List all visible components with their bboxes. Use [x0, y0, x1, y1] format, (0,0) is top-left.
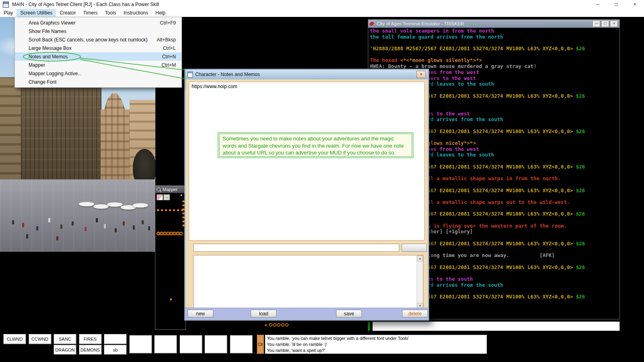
toolbar-button-sb[interactable]: sb	[104, 345, 127, 355]
menu-creator[interactable]: Creator	[56, 9, 79, 17]
delete-button[interactable]: delete	[402, 310, 428, 317]
terminal-line	[370, 40, 618, 46]
terminal-maximize-button[interactable]: □	[601, 21, 609, 27]
notes-dialog: Character - Notes and Memos × https://ww…	[184, 69, 429, 321]
toolbar-button[interactable]	[129, 335, 152, 354]
photo-person	[48, 218, 50, 222]
note-url-text: https://www.noip.com	[192, 84, 237, 89]
maximize-button[interactable]: □	[607, 0, 625, 9]
photo-person	[123, 221, 125, 226]
menu-item-mapper[interactable]: MapperCtrl+M	[15, 61, 182, 69]
photo-person	[26, 234, 28, 239]
photo-person	[36, 226, 38, 230]
menu-item-large-message-box[interactable]: Large Message BoxCtrl+L	[15, 44, 182, 52]
mapper-window: Mapper → *	[155, 185, 186, 330]
menu-item-area-graphics-viewer[interactable]: Area Graphics ViewerCtrl+F9	[15, 19, 182, 27]
menu-item-scroll-back-esc-cancels-use-arrow-keys-not-numlock[interactable]: Scroll Back (ESC cancels, use arrow keys…	[15, 35, 182, 44]
photo-person	[60, 224, 62, 229]
terminal-line: The hexed <*<*moon glows silently*>*>	[370, 58, 618, 64]
memo-scrollbar[interactable]: ▲ ▼	[417, 255, 423, 309]
clear-button[interactable]: Clr	[257, 335, 264, 354]
toolbar-button[interactable]	[154, 335, 177, 354]
photo-person	[12, 220, 14, 224]
new-button[interactable]: new	[188, 310, 213, 317]
map-room-dot	[265, 324, 267, 326]
menu-item-shortcut: Ctrl+F9	[160, 20, 176, 26]
map-room-ring	[273, 323, 277, 327]
close-button[interactable]: ×	[625, 0, 644, 9]
map-room-dot	[157, 209, 159, 211]
map-room-ring	[281, 323, 285, 327]
photo-person	[72, 221, 74, 226]
toolbar-button-demons[interactable]: DEMONS	[79, 345, 102, 355]
menu-item-notes-and-memos[interactable]: Notes and MemosCtrl+N	[15, 52, 182, 61]
menu-item-label: Scroll Back (ESC cancels, use arrow keys…	[29, 37, 149, 43]
memo-text-area[interactable]: ▲ ▼	[193, 255, 423, 309]
photo-person	[133, 225, 135, 230]
toolbar-button-dragon[interactable]: DRAGON	[54, 345, 76, 355]
load-button[interactable]: load	[251, 310, 277, 317]
menu-help[interactable]: Help	[152, 9, 169, 17]
terminal-title: City of Ages Terminal Emulator - TRISKER	[377, 21, 592, 26]
toolbar-button-clwnd[interactable]: CLWND	[3, 334, 26, 344]
command-bar	[368, 321, 620, 331]
photo-person	[96, 218, 98, 222]
photo-umbrella	[79, 202, 94, 206]
ramble-message: You ramble, 'ill be on ramble :)'	[267, 341, 485, 348]
menu-item-mapper-logging-active[interactable]: Mapper Logging Active...	[15, 69, 182, 78]
map-room-dot	[181, 209, 183, 211]
terminal-minimize-button[interactable]: ─	[592, 21, 601, 27]
map-room-ring	[269, 323, 272, 327]
map-room-ring	[285, 323, 289, 327]
arrow-icon[interactable]: →	[163, 194, 170, 200]
photo-umbrella	[107, 202, 122, 207]
app-icon	[3, 2, 9, 8]
toolbar-button-sanc[interactable]: SANC	[54, 334, 76, 344]
toolbar-button-ccwnd[interactable]: CCWND	[29, 334, 52, 344]
dialog-title: Character - Notes and Memos	[195, 72, 417, 77]
menu-item-label: Large Message Box	[29, 45, 156, 51]
save-button[interactable]: save	[336, 310, 362, 317]
terminal-line: the small vole scampers in from the nort…	[370, 28, 618, 34]
dialog-buttons: newloadsavedelete	[186, 308, 428, 319]
menu-play[interactable]: Play	[0, 9, 17, 17]
mapper-titlebar: Mapper	[155, 186, 186, 193]
note-title-input[interactable]	[193, 244, 399, 252]
note-lookup-button[interactable]	[402, 244, 427, 252]
photo-person	[56, 236, 58, 241]
terminal-status-line: 'H2888/2888 M2567/2567 E2081/2081 S3274/…	[370, 46, 618, 52]
photo-umbrella	[133, 203, 148, 208]
photo-person	[22, 223, 24, 227]
eraser-icon[interactable]	[157, 194, 163, 200]
annotation-callout: Sometimes you need to make notes about y…	[219, 134, 412, 157]
toolbar-button[interactable]	[180, 335, 202, 354]
photo-plaza	[0, 179, 155, 252]
menu-instructions[interactable]: Instructions	[120, 9, 152, 17]
notes-text-area[interactable]: https://www.noip.com Sometimes you need …	[189, 82, 425, 241]
toolbar-button-fires[interactable]: FIRES	[79, 334, 102, 344]
menu-timers[interactable]: Timers	[79, 9, 101, 17]
photo-person	[142, 220, 144, 224]
minimize-button[interactable]: ─	[588, 0, 607, 9]
photo-person	[148, 226, 150, 230]
menu-item-label: Mapper	[29, 62, 154, 68]
terminal-close-button[interactable]: ×	[610, 21, 618, 27]
toolbar-button[interactable]	[204, 335, 227, 354]
toolbar-button[interactable]	[230, 335, 253, 354]
menu-tools[interactable]: Tools	[101, 9, 120, 17]
scroll-up-icon[interactable]: ▲	[417, 255, 423, 261]
terminal-line	[370, 52, 618, 58]
terminal-line: the tall female guard arrives from the n…	[370, 34, 618, 40]
menu-item-show-file-names[interactable]: Show File Names	[15, 27, 182, 35]
mapper-canvas[interactable]: → *	[156, 193, 185, 329]
dialog-close-button[interactable]: ×	[417, 71, 426, 78]
menu-item-change-font[interactable]: Change Font	[15, 78, 182, 86]
menu-item-shortcut: Ctrl+N	[162, 54, 176, 60]
map-room-ring	[277, 323, 281, 327]
terminal-titlebar: City of Ages Terminal Emulator - TRISKER…	[368, 20, 619, 28]
toolbar-button[interactable]	[104, 334, 127, 344]
main-window: MAIN - City of Ages Telnet Client [RJ] -…	[0, 0, 644, 362]
photo-person	[115, 228, 117, 232]
menu-screen-utilities[interactable]: Screen Utilities	[17, 9, 56, 17]
command-input[interactable]	[372, 321, 620, 331]
